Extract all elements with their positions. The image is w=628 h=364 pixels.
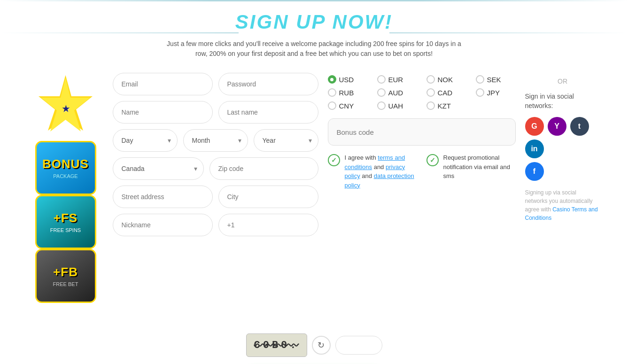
nickname-input[interactable] xyxy=(113,214,213,236)
country-wrapper: Canada xyxy=(113,157,204,180)
main-layout: ★ BONUS PACKAGE +FS FREE SPINS +FB FREE … xyxy=(0,63,628,303)
radio-cny xyxy=(328,101,336,110)
phone-input[interactable] xyxy=(218,214,318,236)
agree-promo-item: Request promotional notification via ema… xyxy=(426,153,516,181)
radio-aud xyxy=(377,88,386,97)
street-input[interactable] xyxy=(113,186,213,208)
linkedin-login-button[interactable]: in xyxy=(525,139,544,158)
tumblr-icon: t xyxy=(578,122,581,131)
currency-cad-label: CAD xyxy=(438,89,453,97)
radio-nok xyxy=(426,75,435,84)
currency-sek-label: SEK xyxy=(487,76,501,84)
radio-uah xyxy=(377,101,386,110)
currency-nok[interactable]: NOK xyxy=(426,75,466,84)
fb-icon-box: +FB FREE BET xyxy=(35,249,96,303)
fs-sub: FREE SPINS xyxy=(50,227,81,233)
social-icons-row: G Y t in xyxy=(525,117,600,158)
currency-uah[interactable]: UAH xyxy=(377,101,417,110)
radio-jpy xyxy=(476,88,484,97)
currency-section: USD EUR NOK SEK RUB AUD xyxy=(328,73,516,190)
page-title: SIGN UP NOW! xyxy=(0,11,628,33)
agree-terms-text: I agree with terms and conditions and pr… xyxy=(345,153,417,190)
captcha-row: C0B0. ↻ xyxy=(246,333,382,357)
lastname-input[interactable] xyxy=(218,101,318,124)
currency-eur-label: EUR xyxy=(388,76,403,84)
year-wrapper: Year xyxy=(254,129,318,152)
starburst-bonus: ★ xyxy=(29,73,102,146)
header-section: SIGN UP NOW! Just a few more clicks and … xyxy=(0,1,628,63)
or-label: OR xyxy=(558,77,567,85)
agree-section: I agree with terms and conditions and pr… xyxy=(328,153,516,190)
agree-terms-checkbox[interactable] xyxy=(328,154,340,166)
country-zip-row: Canada xyxy=(113,157,318,180)
agree-promo-text: Request promotional notification via ema… xyxy=(443,153,516,181)
password-input[interactable] xyxy=(218,73,318,95)
captcha-refresh-button[interactable]: ↻ xyxy=(312,336,331,355)
currency-usd[interactable]: USD xyxy=(328,75,368,84)
currency-rub[interactable]: RUB xyxy=(328,88,368,97)
currency-kzt-label: KZT xyxy=(438,102,451,110)
starburst-text: ★ xyxy=(62,105,70,114)
radio-eur xyxy=(377,75,386,84)
currency-cad[interactable]: CAD xyxy=(426,88,466,97)
currency-jpy-label: JPY xyxy=(487,89,500,97)
captcha-text: C0B0. xyxy=(254,340,299,351)
currency-cny-label: CNY xyxy=(339,102,354,110)
or-divider: OR xyxy=(558,73,567,90)
dob-row: Day Month Year xyxy=(113,129,318,152)
bonus-icons-panel: ★ BONUS PACKAGE +FS FREE SPINS +FB FREE … xyxy=(28,73,103,303)
refresh-icon: ↻ xyxy=(318,340,325,350)
currency-jpy[interactable]: JPY xyxy=(476,88,516,97)
social-section: Sign in via social networks: G Y t in f xyxy=(525,90,600,222)
agree-terms-item: I agree with terms and conditions and pr… xyxy=(328,153,417,190)
currency-usd-label: USD xyxy=(339,76,354,84)
name-input[interactable] xyxy=(113,101,213,124)
currency-aud[interactable]: AUD xyxy=(377,88,417,97)
yahoo-login-button[interactable]: Y xyxy=(548,117,566,136)
subtitle: Just a few more clicks and you'll receiv… xyxy=(164,39,465,59)
currency-empty xyxy=(476,101,516,110)
radio-sek xyxy=(476,75,484,84)
day-wrapper: Day xyxy=(113,129,178,152)
bonus-label: BONUS xyxy=(42,157,89,171)
name-lastname-row xyxy=(113,101,318,124)
city-input[interactable] xyxy=(218,186,318,208)
tumblr-login-button[interactable]: t xyxy=(570,117,589,136)
currency-uah-label: UAH xyxy=(388,102,403,110)
month-wrapper: Month xyxy=(183,129,248,152)
country-select[interactable]: Canada xyxy=(113,157,204,180)
bonus-sub: PACKAGE xyxy=(53,173,78,179)
street-city-row xyxy=(113,186,318,208)
social-note: Signing up via social networks you autom… xyxy=(525,188,600,222)
zip-input[interactable] xyxy=(209,157,318,180)
bottom-section: C0B0. ↻ Sign Up Now! xyxy=(0,303,628,364)
month-select[interactable]: Month xyxy=(183,129,248,152)
radio-rub xyxy=(328,88,336,97)
year-select[interactable]: Year xyxy=(254,129,318,152)
currency-grid: USD EUR NOK SEK RUB AUD xyxy=(328,75,516,110)
agree-promo-checkbox[interactable] xyxy=(426,154,439,166)
captcha-image: C0B0. xyxy=(246,333,307,357)
google-login-button[interactable]: G xyxy=(525,117,544,136)
fs-icon-box: +FS FREE SPINS xyxy=(35,195,96,249)
registration-form: Day Month Year Canada xyxy=(113,73,318,236)
currency-nok-label: NOK xyxy=(438,76,453,84)
fs-label: +FS xyxy=(54,211,78,225)
bonus-code-input[interactable] xyxy=(328,118,516,146)
currency-kzt[interactable]: KZT xyxy=(426,101,466,110)
radio-cad xyxy=(426,88,435,97)
social-icons-row2: f xyxy=(525,162,600,181)
currency-cny[interactable]: CNY xyxy=(328,101,368,110)
facebook-login-button[interactable]: f xyxy=(525,162,544,181)
email-input[interactable] xyxy=(113,73,213,95)
currency-eur[interactable]: EUR xyxy=(377,75,417,84)
fb-sub: FREE BET xyxy=(53,281,78,287)
bonus-icon-box: BONUS PACKAGE xyxy=(35,141,96,195)
nickname-phone-row xyxy=(113,214,318,236)
day-select[interactable]: Day xyxy=(113,129,178,152)
currency-rub-label: RUB xyxy=(339,89,354,97)
social-title: Sign in via social networks: xyxy=(525,92,600,110)
captcha-input[interactable] xyxy=(335,336,382,355)
currency-sek[interactable]: SEK xyxy=(476,75,516,84)
or-social-section: OR Sign in via social networks: G Y t in xyxy=(525,73,600,222)
